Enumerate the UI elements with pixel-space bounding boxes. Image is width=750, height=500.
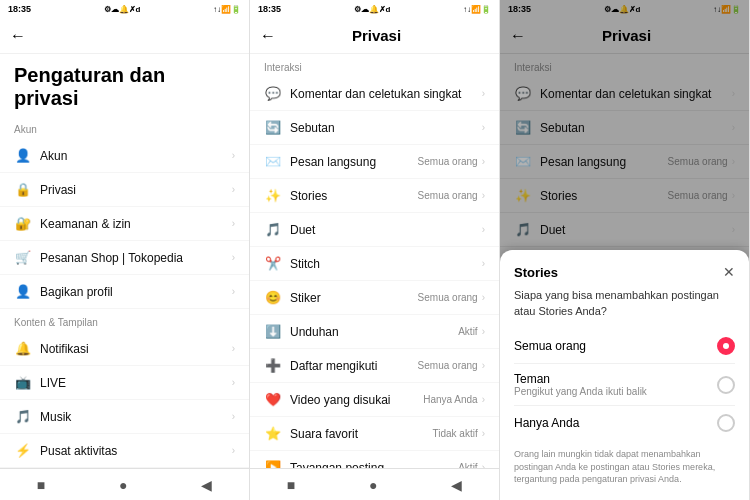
stories-icon: ✨ — [264, 188, 282, 203]
chevron-icon: › — [482, 394, 485, 405]
chevron-icon: › — [482, 428, 485, 439]
menu-item-tayangan-posting[interactable]: ▶️ Tayangan posting Aktif › — [250, 451, 499, 468]
star-icon: ⭐ — [264, 426, 282, 441]
person-icon: 👤 — [14, 148, 32, 163]
chevron-icon: › — [482, 156, 485, 167]
menu-item-keamanan[interactable]: 🔐 Keamanan & izin › — [0, 207, 249, 241]
chevron-icon: › — [232, 343, 235, 354]
circle-icon[interactable]: ● — [369, 477, 377, 493]
cart-icon: 🛒 — [14, 250, 32, 265]
time-1: 18:35 — [8, 4, 31, 14]
modal-title: Stories — [514, 265, 558, 280]
page-title-1: Pengaturan dan privasi — [0, 54, 249, 116]
menu-item-musik[interactable]: 🎵 Musik › — [0, 400, 249, 434]
lock-icon: 🔒 — [14, 182, 32, 197]
music-icon: 🎵 — [14, 409, 32, 424]
square-icon[interactable]: ■ — [37, 477, 45, 493]
bottom-nav-2: ■ ● ◀ — [250, 468, 499, 500]
menu-item-notifikasi[interactable]: 🔔 Notifikasi › — [0, 332, 249, 366]
menu-item-duet[interactable]: 🎵 Duet › — [250, 213, 499, 247]
modal-option-semua[interactable]: Semua orang — [514, 329, 735, 364]
option-label-semua: Semua orang — [514, 339, 717, 353]
menu-item-pesan[interactable]: ✉️ Pesan langsung Semua orang › — [250, 145, 499, 179]
menu-item-stitch[interactable]: ✂️ Stitch › — [250, 247, 499, 281]
menu-item-bagikan[interactable]: 👤 Bagikan profil › — [0, 275, 249, 309]
panel-settings: 18:35 ⚙☁🔔✗d ↑↓📶🔋 ← Pengaturan dan privas… — [0, 0, 250, 500]
menu-item-stiker[interactable]: 😊 Stiker Semua orang › — [250, 281, 499, 315]
menu-item-akun[interactable]: 👤 Akun › — [0, 139, 249, 173]
back-arrow-2[interactable]: ← — [260, 27, 276, 45]
menu-item-video[interactable]: ❤️ Video yang disukai Hanya Anda › — [250, 383, 499, 417]
modal-close-button[interactable]: ✕ — [723, 264, 735, 280]
chevron-icon: › — [482, 258, 485, 269]
duet-icon: 🎵 — [264, 222, 282, 237]
panel-privasi: 18:35 ⚙☁🔔✗d ↑↓📶🔋 ← Privasi Interaksi 💬 K… — [250, 0, 500, 500]
nav-title-2: Privasi — [284, 27, 469, 44]
chevron-icon: › — [232, 411, 235, 422]
shield-icon: 🔐 — [14, 216, 32, 231]
menu-item-unduhan[interactable]: ⬇️ Unduhan Aktif › — [250, 315, 499, 349]
stitch-icon: ✂️ — [264, 256, 282, 271]
radio-semua[interactable] — [717, 337, 735, 355]
chevron-icon: › — [482, 122, 485, 133]
activity-icon: ⚡ — [14, 443, 32, 458]
chevron-icon: › — [482, 360, 485, 371]
circle-icon[interactable]: ● — [119, 477, 127, 493]
panel-privasi-modal: 18:35 ⚙☁🔔✗d ↑↓📶🔋 ← Privasi Interaksi 💬 K… — [500, 0, 750, 500]
menu-item-pesanan[interactable]: 🛒 Pesanan Shop | Tokopedia › — [0, 241, 249, 275]
nav-header-2: ← Privasi — [250, 18, 499, 54]
download-icon: ⬇️ — [264, 324, 282, 339]
scroll-content-2[interactable]: Interaksi 💬 Komentar dan celetukan singk… — [250, 54, 499, 468]
section-label-interaksi-2: Interaksi — [250, 54, 499, 77]
radio-teman[interactable] — [717, 376, 735, 394]
share-icon: 👤 — [14, 284, 32, 299]
radio-hanya[interactable] — [717, 414, 735, 432]
chevron-icon: › — [482, 224, 485, 235]
bell-icon: 🔔 — [14, 341, 32, 356]
menu-item-komentar[interactable]: 💬 Komentar dan celetukan singkat › — [250, 77, 499, 111]
scroll-content-1[interactable]: Akun 👤 Akun › 🔒 Privasi › 🔐 Keamanan & i… — [0, 116, 249, 468]
option-label-hanya: Hanya Anda — [514, 416, 717, 430]
modal-note: Orang lain mungkin tidak dapat menambahk… — [514, 448, 735, 486]
option-label-teman: Teman — [514, 372, 717, 386]
comment-icon: 💬 — [264, 86, 282, 101]
chevron-icon: › — [232, 184, 235, 195]
square-icon[interactable]: ■ — [287, 477, 295, 493]
like-icon: ❤️ — [264, 392, 282, 407]
chevron-icon: › — [482, 326, 485, 337]
signal-icons-1: ↑↓📶🔋 — [213, 5, 241, 14]
status-bar-1: 18:35 ⚙☁🔔✗d ↑↓📶🔋 — [0, 0, 249, 18]
bottom-nav-1: ■ ● ◀ — [0, 468, 249, 500]
modal-overlay: Stories ✕ Siapa yang bisa menambahkan po… — [500, 0, 749, 500]
menu-item-sebutan[interactable]: 🔄 Sebutan › — [250, 111, 499, 145]
follow-icon: ➕ — [264, 358, 282, 373]
chevron-icon: › — [232, 445, 235, 456]
chevron-icon: › — [482, 190, 485, 201]
menu-item-stories[interactable]: ✨ Stories Semua orang › — [250, 179, 499, 213]
section-label-account: Akun — [0, 116, 249, 139]
mention-icon: 🔄 — [264, 120, 282, 135]
modal-header: Stories ✕ — [514, 264, 735, 280]
menu-item-live[interactable]: 📺 LIVE › — [0, 366, 249, 400]
modal-option-teman[interactable]: Teman Pengikut yang Anda ikuti balik — [514, 364, 735, 406]
option-sublabel-teman: Pengikut yang Anda ikuti balik — [514, 386, 717, 397]
menu-item-pusat[interactable]: ⚡ Pusat aktivitas › — [0, 434, 249, 468]
message-icon: ✉️ — [264, 154, 282, 169]
menu-item-privasi[interactable]: 🔒 Privasi › — [0, 173, 249, 207]
section-label-konten: Konten & Tampilan — [0, 309, 249, 332]
chevron-icon: › — [482, 88, 485, 99]
chevron-icon: › — [482, 292, 485, 303]
chevron-icon: › — [232, 286, 235, 297]
menu-item-suara[interactable]: ⭐ Suara favorit Tidak aktif › — [250, 417, 499, 451]
menu-item-daftar[interactable]: ➕ Daftar mengikuti Semua orang › — [250, 349, 499, 383]
back-icon[interactable]: ◀ — [201, 477, 212, 493]
back-arrow-1[interactable]: ← — [10, 27, 26, 45]
status-bar-2: 18:35 ⚙☁🔔✗d ↑↓📶🔋 — [250, 0, 499, 18]
status-icons-1: ⚙☁🔔✗d — [104, 5, 141, 14]
modal-question: Siapa yang bisa menambahkan postingan at… — [514, 288, 735, 319]
modal-option-hanya[interactable]: Hanya Anda — [514, 406, 735, 440]
modal-sheet: Stories ✕ Siapa yang bisa menambahkan po… — [500, 250, 749, 500]
back-icon[interactable]: ◀ — [451, 477, 462, 493]
live-icon: 📺 — [14, 375, 32, 390]
status-icons-2: ⚙☁🔔✗d — [354, 5, 391, 14]
